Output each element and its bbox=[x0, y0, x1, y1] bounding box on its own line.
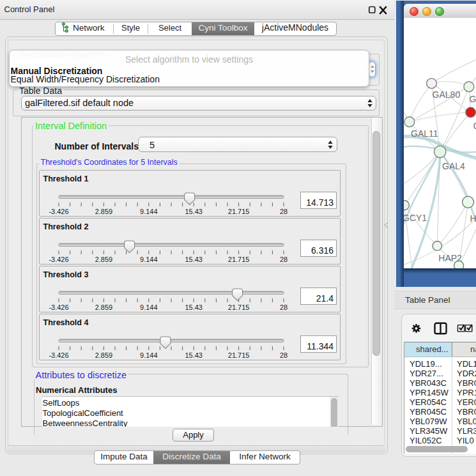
svg-text:9.144: 9.144 bbox=[140, 351, 158, 359]
svg-text:9.144: 9.144 bbox=[140, 256, 158, 263]
svg-text:15.43: 15.43 bbox=[185, 256, 203, 263]
svg-text:GAL11: GAL11 bbox=[411, 128, 438, 139]
svg-text:15.43: 15.43 bbox=[185, 303, 203, 311]
svg-text:21.715: 21.715 bbox=[228, 351, 250, 359]
svg-text:C: C bbox=[473, 121, 476, 131]
svg-text:9.144: 9.144 bbox=[140, 303, 158, 311]
svg-text:28: 28 bbox=[280, 256, 288, 263]
svg-text:9.144: 9.144 bbox=[140, 208, 158, 215]
svg-text:GA: GA bbox=[469, 94, 476, 104]
svg-text:21.715: 21.715 bbox=[228, 208, 250, 215]
svg-text:GAL4: GAL4 bbox=[442, 161, 465, 171]
svg-text:HAP2: HAP2 bbox=[438, 253, 462, 263]
svg-text:28: 28 bbox=[280, 303, 288, 311]
svg-text:-3.426: -3.426 bbox=[49, 351, 68, 359]
svg-text:2.859: 2.859 bbox=[95, 208, 113, 215]
svg-text:28: 28 bbox=[280, 208, 288, 215]
svg-text:2.859: 2.859 bbox=[95, 303, 113, 311]
svg-text:21.715: 21.715 bbox=[228, 256, 250, 263]
svg-text:-3.426: -3.426 bbox=[49, 256, 68, 263]
svg-text:2.859: 2.859 bbox=[95, 351, 113, 359]
svg-text:-3.426: -3.426 bbox=[49, 303, 68, 311]
svg-text:28: 28 bbox=[280, 351, 288, 359]
svg-text:15.43: 15.43 bbox=[185, 351, 203, 359]
svg-text:2.859: 2.859 bbox=[95, 256, 113, 263]
svg-text:21.715: 21.715 bbox=[228, 303, 250, 311]
svg-text:-3.426: -3.426 bbox=[49, 208, 68, 215]
svg-text:15.43: 15.43 bbox=[185, 208, 203, 215]
svg-text:GCY1: GCY1 bbox=[404, 213, 427, 223]
svg-text:GAL80: GAL80 bbox=[433, 89, 461, 100]
svg-text:H: H bbox=[470, 213, 476, 224]
